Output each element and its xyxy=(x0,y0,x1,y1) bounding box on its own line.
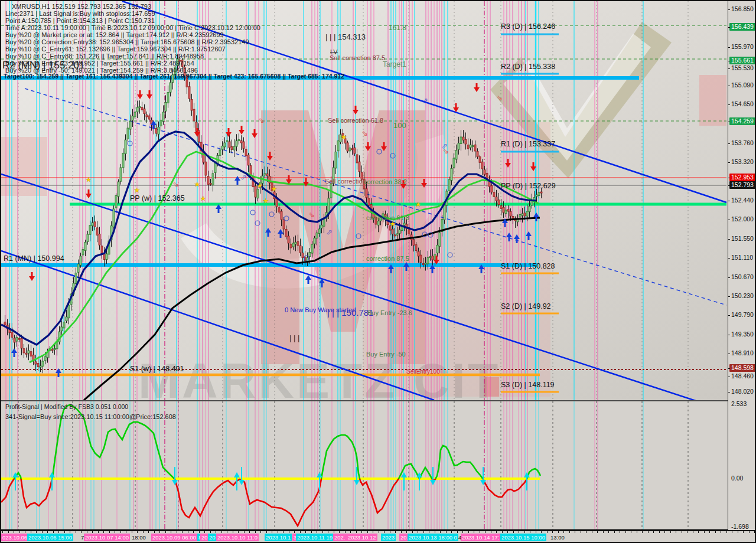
price-axis-label: 149.790 xyxy=(731,311,754,319)
indicator-scale-label: 0.00 xyxy=(731,475,743,482)
time-axis-tick xyxy=(19,531,20,533)
svg-text:⇗: ⇗ xyxy=(422,96,428,105)
svg-text:★: ★ xyxy=(415,201,421,208)
svg-text:⇘: ⇘ xyxy=(308,210,315,219)
time-axis-tick xyxy=(25,531,25,533)
time-axis-tick xyxy=(631,531,631,533)
time-axis-tick xyxy=(188,531,188,533)
time-axis-tick xyxy=(468,531,469,533)
svg-text:⇗: ⇗ xyxy=(441,142,448,151)
time-axis-tick xyxy=(519,531,519,533)
price-axis-tick xyxy=(728,27,730,28)
svg-text:⇘: ⇘ xyxy=(119,71,126,80)
time-axis-tick xyxy=(743,531,744,533)
price-axis-label: 155.090 xyxy=(731,81,754,89)
price-axis-label: 148.460 xyxy=(731,372,754,380)
time-axis-tick xyxy=(171,531,171,533)
time-axis-tick xyxy=(726,531,727,533)
time-axis-tick xyxy=(137,531,138,533)
time-axis-tick xyxy=(451,531,452,533)
svg-text:⇗: ⇗ xyxy=(326,228,333,237)
time-axis-tick xyxy=(98,531,99,533)
price-axis-label: 155.661 xyxy=(729,57,755,64)
svg-text:⇘: ⇘ xyxy=(361,129,368,138)
time-axis-tick xyxy=(311,531,312,533)
svg-text:⇗: ⇗ xyxy=(240,173,247,182)
time-axis-tick xyxy=(81,531,82,533)
time-axis-tick xyxy=(244,531,245,533)
time-axis-tick xyxy=(721,531,721,533)
main-chart-pane[interactable]: MARKETZ CIT★★★★★★★★★★⇘⇘⇘⇘⇘⇘⇘⇗⇗⇗⇗ xyxy=(1,1,728,401)
price-axis-label: 148.020 xyxy=(731,388,754,395)
time-axis-tick xyxy=(536,531,536,533)
time-axis-tick xyxy=(53,531,54,533)
svg-text:⇘: ⇘ xyxy=(496,93,503,102)
price-axis-tick xyxy=(728,392,730,392)
price-axis-tick xyxy=(728,162,730,163)
price-axis[interactable]: 156.850156.439155.970155.661155.530155.0… xyxy=(728,1,756,530)
time-axis[interactable]: 023.10.06 02023.10.06 15:0072023.10.07 1… xyxy=(1,530,756,543)
time-axis-tick xyxy=(732,531,732,533)
price-axis-label: 150.230 xyxy=(731,292,754,300)
time-axis-tick xyxy=(749,531,750,533)
indicator-pane[interactable] xyxy=(1,401,728,530)
time-axis-tick xyxy=(682,531,682,533)
time-axis-tick xyxy=(272,531,272,533)
time-axis-label: 2023.10.10 11:0 xyxy=(216,534,259,541)
time-axis-tick xyxy=(502,531,503,533)
time-axis-tick xyxy=(423,531,424,533)
time-axis-tick xyxy=(547,531,548,533)
time-axis-tick xyxy=(294,531,295,533)
time-axis-tick xyxy=(418,531,418,533)
time-axis-tick xyxy=(216,531,216,533)
time-axis-tick xyxy=(614,531,615,533)
time-axis-tick xyxy=(480,531,480,533)
time-axis-tick xyxy=(485,531,485,533)
time-axis-tick xyxy=(552,531,553,533)
time-axis-tick xyxy=(462,531,463,533)
time-axis-tick xyxy=(406,531,407,533)
time-axis-tick xyxy=(507,531,508,533)
time-axis-tick xyxy=(182,531,183,533)
price-axis-label: 152.440 xyxy=(731,197,754,204)
time-axis-tick xyxy=(42,531,43,533)
time-axis-tick xyxy=(334,531,334,533)
time-axis-tick xyxy=(367,531,368,533)
price-axis-tick xyxy=(728,122,730,122)
time-axis-tick xyxy=(563,531,564,533)
price-axis-tick xyxy=(728,239,730,240)
time-axis-tick xyxy=(159,531,160,533)
price-axis-tick xyxy=(728,201,730,201)
time-axis-tick xyxy=(709,531,710,533)
price-axis-tick xyxy=(728,185,730,186)
indicator-svg xyxy=(1,401,728,530)
time-axis-tick xyxy=(586,531,586,533)
price-axis-tick xyxy=(728,47,730,48)
svg-text:⇘: ⇘ xyxy=(258,116,265,125)
time-axis-tick xyxy=(132,531,132,533)
time-axis-tick xyxy=(390,531,390,533)
time-axis-tick xyxy=(401,531,402,533)
time-axis-label: 2023.10.15 10:00 xyxy=(500,534,546,541)
svg-text:★: ★ xyxy=(194,181,200,188)
price-axis-label: 154.259 xyxy=(729,117,755,125)
price-axis-label: 153.760 xyxy=(731,139,754,147)
price-axis-tick xyxy=(728,296,730,297)
time-axis-tick xyxy=(266,531,267,533)
time-axis-tick xyxy=(603,531,604,533)
time-axis-tick xyxy=(255,531,256,533)
time-axis-label: 2023.10.14 17: xyxy=(461,534,500,541)
time-axis-tick xyxy=(2,531,3,533)
time-axis-tick xyxy=(513,531,514,533)
time-axis-label: 13:00 xyxy=(549,534,566,541)
time-axis-tick xyxy=(70,531,70,533)
svg-text:★: ★ xyxy=(341,133,347,140)
time-axis-tick xyxy=(597,531,598,533)
time-axis-tick xyxy=(575,531,575,533)
time-axis-tick xyxy=(115,531,115,533)
time-axis-tick xyxy=(165,531,166,533)
time-axis-tick xyxy=(199,531,200,533)
time-axis-tick xyxy=(126,531,126,533)
time-axis-tick xyxy=(384,531,384,533)
time-axis-tick xyxy=(210,531,211,533)
